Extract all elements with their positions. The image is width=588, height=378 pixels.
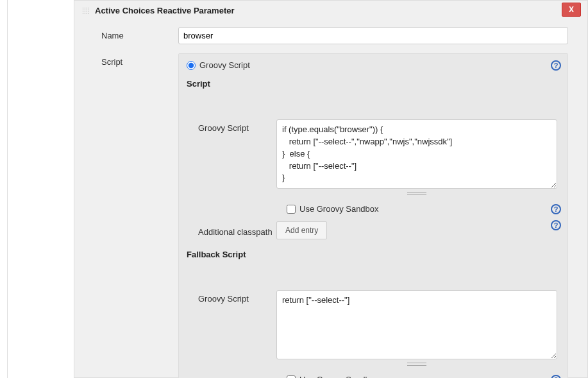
sandbox-checkbox-fallback[interactable] — [287, 375, 296, 378]
resize-grip-icon[interactable] — [276, 190, 557, 194]
script-label: Script — [82, 53, 178, 67]
sandbox-row-fallback: Use Groovy Sandbox ? — [179, 370, 567, 378]
groovy-radio-row: Groovy Script ? — [179, 54, 567, 75]
fallback-script-textarea[interactable] — [276, 290, 557, 359]
groovy-radio[interactable] — [187, 61, 196, 70]
drag-handle-icon[interactable] — [82, 7, 90, 15]
help-icon[interactable]: ? — [551, 60, 561, 71]
fallback-section-heading: Fallback Script — [179, 246, 567, 264]
resize-grip-icon[interactable] — [276, 361, 557, 365]
groovy-script-editor-row: Groovy Script — [179, 94, 567, 199]
parameter-panel: X Active Choices Reactive Parameter Name… — [74, 0, 588, 378]
name-label: Name — [82, 27, 178, 40]
sandbox-label-main: Use Groovy Sandbox — [299, 204, 379, 214]
help-icon[interactable]: ? — [551, 204, 561, 214]
classpath-label: Additional classpath — [187, 225, 276, 237]
script-section-heading: Script — [179, 75, 567, 94]
classpath-row: Additional classpath Add entry ? — [179, 219, 567, 246]
name-input[interactable] — [178, 27, 568, 44]
name-row: Name — [74, 24, 587, 51]
groovy-script-label: Groovy Script — [187, 119, 276, 133]
fallback-groovy-script-label: Groovy Script — [187, 290, 276, 304]
fallback-script-editor-row: Groovy Script — [179, 264, 567, 370]
help-icon[interactable]: ? — [551, 220, 561, 230]
sandbox-row-main: Use Groovy Sandbox ? — [179, 199, 567, 219]
add-entry-button[interactable]: Add entry — [276, 221, 327, 239]
help-icon[interactable]: ? — [551, 375, 561, 378]
sandbox-checkbox-main[interactable] — [287, 205, 296, 214]
sandbox-label-fallback: Use Groovy Sandbox — [299, 375, 379, 378]
groovy-script-textarea[interactable] — [276, 119, 557, 189]
panel-title: Active Choices Reactive Parameter — [95, 6, 235, 15]
script-block: Groovy Script ? Script Groovy Script Use… — [178, 53, 568, 378]
close-button[interactable]: X — [562, 3, 581, 17]
script-row: Script Groovy Script ? Script Groovy Scr… — [74, 51, 587, 378]
panel-header: Active Choices Reactive Parameter — [74, 1, 587, 24]
groovy-radio-label: Groovy Script — [199, 60, 250, 70]
